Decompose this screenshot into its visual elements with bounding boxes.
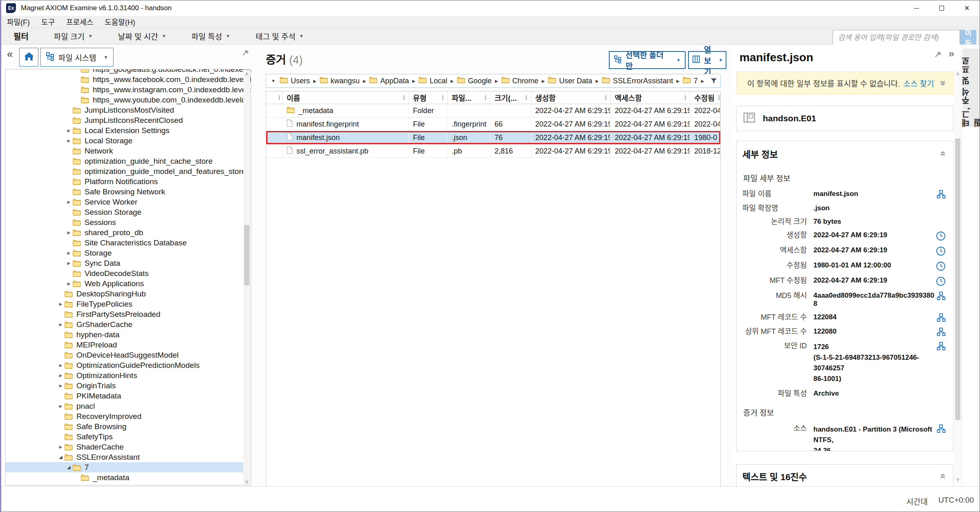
breadcrumb-item[interactable]: 7 — [683, 76, 698, 85]
filter-dropdown[interactable]: 파일 특성▼ — [192, 31, 230, 42]
tree-expander-icon[interactable]: ▶ — [57, 404, 65, 408]
tree-item[interactable]: https_www.instagram.com_0.indexeddb.leve… — [6, 85, 244, 95]
tree-expander-icon[interactable]: ▶ — [57, 363, 65, 367]
breadcrumb-item[interactable]: SSLErrorAssistant — [602, 76, 673, 85]
table-row[interactable]: manifest.fingerprintFile.fingerprint6620… — [266, 118, 720, 131]
tree-item[interactable]: ▶ShaderCache — [6, 442, 244, 452]
breadcrumb-item[interactable]: AppData — [369, 76, 409, 85]
filter-icon[interactable] — [710, 78, 717, 84]
column-header[interactable]: 생성함⋮ — [531, 91, 611, 104]
tree-item[interactable]: ▶Web Applications — [6, 278, 244, 289]
tree-item[interactable]: ▶OptimizationGuidePredictionModels — [6, 360, 244, 370]
tree-item[interactable]: PKIMetadata — [6, 391, 244, 401]
tree-expander-icon[interactable]: ▶ — [57, 373, 65, 378]
tree-scroll-thumb[interactable] — [244, 225, 249, 285]
tree-expander-icon[interactable]: ▶ — [65, 281, 73, 286]
tree-expander-icon[interactable]: ▶ — [57, 322, 65, 327]
menu-item[interactable]: 도구 — [41, 16, 55, 27]
tree-item[interactable]: FirstPartySetsPreloaded — [6, 309, 244, 319]
source-tree-icon[interactable] — [934, 292, 946, 301]
tree-item[interactable]: https_googleads.g.doubleclick.net_0.inde… — [6, 69, 244, 74]
tab-tags-annotations-profiles[interactable]: 태그, 주석 및 프로필 — [963, 49, 980, 127]
breadcrumb-item[interactable]: Users — [280, 76, 310, 85]
search-input[interactable] — [833, 30, 960, 45]
tree-item[interactable]: optimization_guide_hint_cache_store — [6, 156, 244, 166]
tree-item[interactable]: Sessions — [6, 217, 244, 227]
tree-item[interactable]: hyphen-data — [6, 329, 244, 340]
column-header[interactable]: 파일...⋮ — [448, 91, 490, 104]
minimize-button[interactable] — [904, 0, 929, 16]
tree-item[interactable]: SafetyTips — [6, 432, 244, 442]
menu-item[interactable]: 파일(F) — [7, 16, 30, 27]
column-view-button[interactable]: 열 보기 ▼ — [688, 51, 726, 69]
tree-item[interactable]: OnDeviceHeadSuggestModel — [6, 350, 244, 360]
column-header[interactable]: 수정됨⋮ — [690, 91, 720, 104]
clock-icon[interactable] — [934, 246, 946, 256]
home-button[interactable] — [19, 48, 38, 67]
column-menu-icon[interactable]: ⋮ — [399, 94, 407, 101]
tree-expander-icon[interactable]: ▶ — [57, 383, 65, 388]
tree-expander-icon[interactable]: ▶ — [65, 128, 73, 133]
tree-item[interactable]: https_www.facebook.com_0.indexeddb.level… — [6, 74, 244, 85]
source-tree-icon[interactable] — [934, 424, 946, 433]
column-menu-icon[interactable]: ⋮ — [522, 94, 529, 101]
details-scroll-thumb[interactable] — [955, 138, 960, 420]
column-handle[interactable]: ⋮ — [266, 91, 283, 104]
tree-item[interactable]: Platform Notifications — [6, 176, 244, 187]
column-menu-icon[interactable]: ⋮ — [715, 94, 720, 101]
source-tree-icon[interactable] — [934, 342, 946, 351]
evidence-source-card[interactable]: handson.E01 — [736, 106, 953, 131]
column-menu-icon[interactable]: ⋮ — [438, 94, 445, 101]
find-source-link[interactable]: 소스 찾기 — [903, 78, 934, 89]
source-tree-icon[interactable] — [934, 190, 946, 199]
details-scrollbar[interactable]: ∧ ∨ — [954, 70, 961, 483]
tree-item[interactable]: Network — [6, 146, 244, 156]
tree-item[interactable]: ▶Sync Data — [6, 258, 244, 268]
clock-icon[interactable] — [934, 261, 946, 271]
breadcrumb-dropdown-icon[interactable]: ▼ — [271, 78, 276, 83]
tree-expander-icon[interactable]: ▶ — [65, 138, 73, 143]
scroll-down-icon[interactable]: ∨ — [243, 479, 250, 485]
tree-item[interactable]: optimization_guide_model_and_features_st… — [6, 166, 244, 176]
source-tree-icon[interactable] — [934, 327, 946, 336]
tree-item[interactable]: ◢7 — [6, 462, 244, 472]
tree-item[interactable]: ▶pnacl — [6, 401, 244, 411]
tree-item[interactable]: MEIPreload — [6, 340, 244, 350]
tree-item[interactable]: ▶Service Worker — [6, 197, 244, 207]
tree-item[interactable]: DesktopSharingHub — [6, 289, 244, 299]
tree-item[interactable]: _metadata — [6, 472, 244, 483]
table-row[interactable]: _metadataFolder2022-04-27 AM 6:29:192022… — [266, 104, 720, 118]
breadcrumb-item[interactable]: kwangsu — [320, 76, 360, 85]
tree-item[interactable]: JumpListIconsRecentClosed — [6, 115, 244, 125]
collapse-section-icon[interactable]: « — [938, 151, 949, 156]
maximize-button[interactable] — [929, 0, 954, 16]
tree-item[interactable]: ▶GrShaderCache — [6, 319, 244, 329]
tree-item[interactable]: ▶FileTypePolicies — [6, 299, 244, 309]
tree-item[interactable]: RecoveryImproved — [6, 411, 244, 421]
tree-scrollbar[interactable]: ∧ ∨ — [243, 70, 250, 485]
tree-expander-icon[interactable]: ▶ — [65, 251, 73, 255]
filter-dropdown[interactable]: 파일 크기▼ — [54, 31, 93, 42]
tree-item[interactable]: ▶Storage — [6, 248, 244, 258]
table-row[interactable]: ssl_error_assistant.pbFile.pb2,8162022-0… — [266, 145, 720, 158]
tree-expander-icon[interactable]: ▶ — [57, 302, 65, 306]
tree-item[interactable]: Session Storage — [6, 207, 244, 217]
tree-expander-icon[interactable]: ▶ — [65, 230, 73, 235]
tree-item[interactable]: VideoDecodeStats — [6, 268, 244, 278]
tree-item[interactable]: Safe Browsing — [6, 421, 244, 432]
breadcrumb-item[interactable]: Google — [457, 76, 492, 85]
tree-item[interactable]: ▶shared_proto_db — [6, 227, 244, 238]
close-button[interactable]: × — [954, 0, 980, 16]
left-pin-icon[interactable] — [241, 49, 249, 58]
column-menu-icon[interactable]: ⋮ — [481, 94, 488, 101]
clock-icon[interactable] — [934, 276, 946, 286]
tree-item[interactable]: JumpListIconsMostVisited — [6, 105, 244, 115]
search-go-button[interactable]: 이동 — [960, 30, 976, 45]
clock-icon[interactable] — [934, 231, 946, 241]
tree-item[interactable]: ▶Local Extension Settings — [6, 125, 244, 136]
scroll-up-icon[interactable]: ∧ — [243, 71, 250, 77]
tree-expander-icon[interactable]: ▶ — [65, 200, 73, 204]
column-header[interactable]: 유형⋮ — [409, 91, 448, 104]
tree-expander-icon[interactable]: ◢ — [65, 465, 73, 470]
tree-item[interactable]: ▶OptimizationHints — [6, 370, 244, 381]
